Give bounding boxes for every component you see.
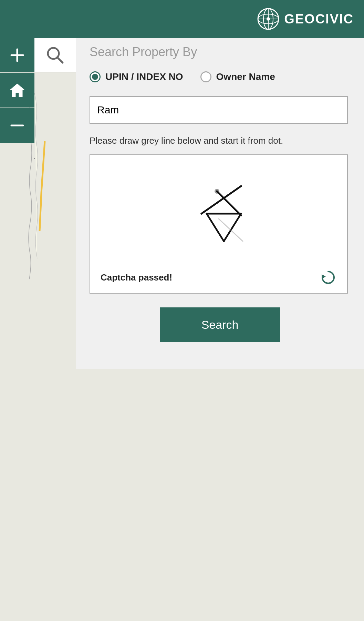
captcha-svg xyxy=(167,165,270,262)
captcha-drawing-area xyxy=(97,162,340,265)
home-button[interactable] xyxy=(0,73,34,108)
home-icon xyxy=(9,82,26,99)
search-radio-group: UPIN / INDEX NO Owner Name xyxy=(90,71,350,82)
captcha-status-text: Captcha passed! xyxy=(101,272,172,283)
app-header: GEOCIVIC xyxy=(0,0,364,38)
svg-line-20 xyxy=(207,214,224,241)
svg-marker-23 xyxy=(322,274,326,279)
captcha-refresh-button[interactable] xyxy=(320,269,337,286)
plus-icon xyxy=(9,47,26,64)
search-header: Search Property By xyxy=(90,45,350,59)
sidebar xyxy=(0,38,34,143)
logo-area: GEOCIVIC xyxy=(257,7,354,31)
svg-point-7 xyxy=(34,158,35,159)
radio-owner-circle xyxy=(200,71,211,82)
logo-text: GEOCIVIC xyxy=(284,12,354,27)
search-panel-title: Search Property By xyxy=(90,45,197,59)
captcha-footer: Captcha passed! xyxy=(97,269,340,286)
svg-line-13 xyxy=(57,57,63,63)
search-toggle-button[interactable] xyxy=(34,38,76,72)
refresh-icon xyxy=(320,269,337,286)
captcha-instruction: Please draw grey line below and start it… xyxy=(90,134,350,147)
svg-marker-10 xyxy=(10,84,24,97)
search-button[interactable]: Search xyxy=(160,307,280,342)
radio-upin[interactable]: UPIN / INDEX NO xyxy=(90,71,183,82)
captcha-box[interactable]: Captcha passed! xyxy=(90,154,348,294)
search-icon xyxy=(45,45,65,65)
radio-owner-label: Owner Name xyxy=(216,71,275,82)
geocivic-logo-icon xyxy=(257,7,280,31)
radio-upin-circle xyxy=(90,71,101,82)
radio-owner[interactable]: Owner Name xyxy=(200,71,275,82)
zoom-out-button[interactable] xyxy=(0,108,34,143)
search-text-input[interactable] xyxy=(90,96,348,124)
search-panel: Search Property By UPIN / INDEX NO Owner… xyxy=(76,38,364,369)
zoom-in-button[interactable] xyxy=(0,38,34,72)
radio-upin-label: UPIN / INDEX NO xyxy=(105,71,183,82)
minus-icon xyxy=(9,117,26,134)
